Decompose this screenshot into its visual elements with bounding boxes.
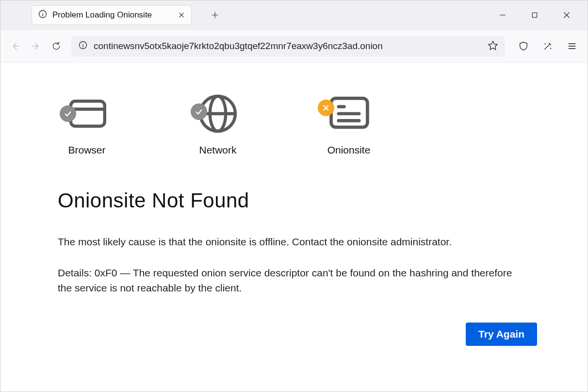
new-tab-button[interactable] <box>208 8 222 22</box>
info-icon <box>38 9 48 21</box>
reload-button[interactable] <box>48 38 65 54</box>
close-tab-button[interactable] <box>178 11 185 19</box>
site-info-icon[interactable] <box>78 40 88 52</box>
tab-strip: Problem Loading Onionsite <box>0 0 588 30</box>
status-network: Network <box>189 92 247 156</box>
try-again-button[interactable]: Try Again <box>466 323 537 346</box>
forward-button[interactable] <box>28 38 44 54</box>
svg-marker-16 <box>489 41 497 49</box>
sparkle-icon[interactable] <box>539 37 556 55</box>
bookmark-star-icon[interactable] <box>488 40 498 52</box>
check-badge-icon <box>191 103 207 120</box>
url-bar[interactable] <box>71 36 505 56</box>
maximize-button[interactable] <box>530 11 539 19</box>
check-badge-icon <box>60 105 76 122</box>
error-heading: Onionsite Not Found <box>58 189 539 212</box>
svg-point-2 <box>43 12 43 12</box>
window-controls <box>498 11 583 19</box>
tab-title: Problem Loading Onionsite <box>52 10 173 20</box>
error-description: The most likely cause is that the onions… <box>58 235 523 249</box>
status-browser-label: Browser <box>68 144 105 156</box>
svg-point-15 <box>83 43 83 43</box>
error-details: Details: 0xF0 — The requested onion serv… <box>58 266 523 295</box>
shield-icon[interactable] <box>515 37 532 55</box>
status-onionsite: Onionsite <box>320 92 378 156</box>
browser-tab[interactable]: Problem Loading Onionsite <box>32 5 192 25</box>
error-badge-icon <box>318 100 334 116</box>
status-row: Browser Network Onionsite <box>58 92 539 156</box>
status-network-label: Network <box>199 144 236 156</box>
status-onionsite-label: Onionsite <box>327 144 371 156</box>
status-browser: Browser <box>58 92 116 156</box>
navigation-bar <box>0 30 588 63</box>
minimize-button[interactable] <box>498 11 507 19</box>
toolbar-right <box>515 37 581 55</box>
page-content: Browser Network Onionsite Onionsite Not … <box>0 63 588 392</box>
menu-button[interactable] <box>563 37 581 55</box>
svg-point-18 <box>551 48 551 49</box>
svg-point-17 <box>545 43 545 44</box>
svg-rect-8 <box>532 13 537 17</box>
url-input[interactable] <box>94 41 482 51</box>
close-window-button[interactable] <box>562 11 571 19</box>
back-button[interactable] <box>7 38 24 54</box>
